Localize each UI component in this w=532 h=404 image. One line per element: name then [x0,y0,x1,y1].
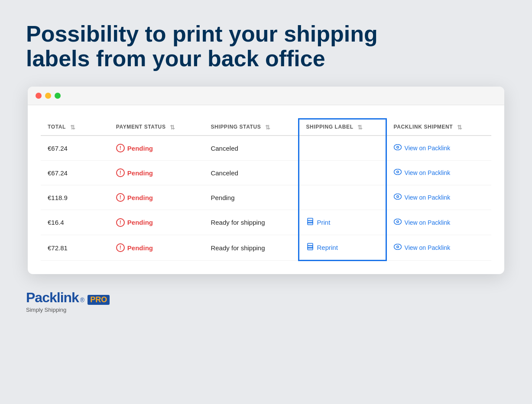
order-total-5: €72.81 [41,235,109,261]
payment-status-4: ! Pending [109,210,204,235]
order-total-4: €16.4 [41,210,109,235]
window-close-dot[interactable] [36,93,42,99]
order-total-3: €118.9 [41,185,109,210]
svg-point-5 [397,171,398,173]
reprint-button[interactable]: Reprint [306,243,338,252]
eye-icon-1 [394,144,402,152]
svg-point-2 [397,147,398,148]
shipping-status-1: Canceled [204,136,298,161]
sort-icon-payment[interactable]: ⇅ [170,124,175,131]
page-headline: Possibility to print your shipping label… [26,22,378,71]
packlink-logo-area: Packlink ® PRO Simply Shipping [26,290,110,313]
table-row: €16.4 ! Pending Ready for shipping [41,210,491,235]
packlink-link-5[interactable]: View on Packlink [386,235,491,261]
svg-point-14 [397,221,398,222]
packlink-pro-badge: PRO [88,295,110,305]
shipping-status-4: Ready for shipping [204,210,298,235]
packlink-link-3[interactable]: View on Packlink [386,185,491,210]
order-total-2: €67.24 [41,161,109,185]
pending-icon-1: ! [116,144,125,152]
eye-icon-2 [394,169,402,177]
pending-icon-4: ! [116,218,125,227]
payment-status-1: ! Pending [109,136,204,161]
shipping-status-3: Pending [204,185,298,210]
sort-icon-packlink[interactable]: ⇅ [457,124,463,131]
eye-icon-5 [394,244,402,252]
shipping-label-5[interactable]: Reprint [298,235,386,261]
sort-icon-shipping-label[interactable]: ⇅ [357,124,363,131]
payment-status-3: ! Pending [109,185,204,210]
col-header-total: TOTAL ⇅ [41,119,109,136]
packlink-link-1[interactable]: View on Packlink [386,136,491,161]
eye-icon-4 [394,219,402,226]
pending-icon-5: ! [116,243,125,252]
print-button[interactable]: Print [306,218,331,227]
packlink-link-2[interactable]: View on Packlink [386,161,491,185]
sort-icon-shipping-status[interactable]: ⇅ [265,124,271,131]
svg-point-17 [312,246,313,247]
svg-point-20 [397,246,398,248]
printer-icon-5 [306,243,314,252]
svg-rect-10 [308,222,313,225]
sort-icon-total[interactable]: ⇅ [70,124,76,131]
col-header-shipping-status: SHIPPING STATUS ⇅ [204,119,298,136]
payment-status-5: ! Pending [109,235,204,261]
col-header-payment-status: PAYMENT STATUS ⇅ [109,119,204,136]
col-header-shipping-label: SHIPPING LABEL ⇅ [298,119,386,136]
pending-icon-2: ! [116,168,125,177]
shipping-label-3 [298,185,386,210]
packlink-logo: Packlink ® PRO [26,290,110,306]
orders-table: TOTAL ⇅ PAYMENT STATUS ⇅ SHIPPING STATUS… [41,118,491,261]
order-total-1: €67.24 [41,136,109,161]
packlink-link-4[interactable]: View on Packlink [386,210,491,235]
col-header-packlink-shipment: PACKLINK SHIPMENT ⇅ [386,119,491,136]
eye-icon-3 [394,194,402,201]
browser-content: TOTAL ⇅ PAYMENT STATUS ⇅ SHIPPING STATUS… [28,105,504,274]
browser-titlebar [28,87,504,105]
table-row: €67.24 ! Pending Canceled [41,136,491,161]
shipping-status-5: Ready for shipping [204,235,298,261]
shipping-label-4[interactable]: Print [298,210,386,235]
printer-icon-4 [306,218,314,227]
browser-window: TOTAL ⇅ PAYMENT STATUS ⇅ SHIPPING STATUS… [28,87,504,274]
packlink-registered: ® [80,297,84,304]
svg-point-11 [312,221,313,222]
table-row: €118.9 ! Pending Pending [41,185,491,210]
packlink-brand-name: Packlink [26,290,79,306]
svg-rect-16 [308,247,313,250]
table-row: €67.24 ! Pending Canceled [41,161,491,185]
shipping-label-1 [298,136,386,161]
window-minimize-dot[interactable] [45,93,51,99]
payment-status-2: ! Pending [109,161,204,185]
shipping-label-2 [298,161,386,185]
pending-icon-3: ! [116,193,125,202]
packlink-tagline: Simply Shipping [26,307,110,313]
table-row: €72.81 ! Pending Ready for shipping [41,235,491,261]
svg-point-8 [397,196,398,197]
shipping-status-2: Canceled [204,161,298,185]
window-maximize-dot[interactable] [55,93,61,99]
